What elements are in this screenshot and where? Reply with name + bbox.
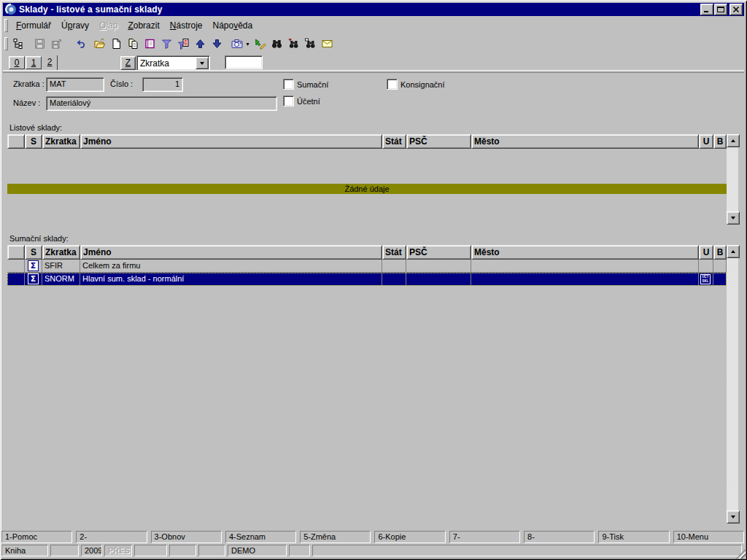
summary-warehouses-table: SZkratkaJménoStátPSČMěstoUB ΣSFIRCelkem … [7, 245, 738, 524]
column-header-row-indicator[interactable] [7, 134, 25, 149]
find-icon[interactable] [269, 36, 285, 52]
column-header-zkratka[interactable]: Zkratka [42, 245, 80, 260]
find-prev-icon[interactable] [303, 36, 318, 52]
camera-dropdown-arrow[interactable]: ▾ [244, 41, 251, 47]
column-header-b[interactable]: B [713, 134, 727, 149]
status-panel-2009[interactable]: 2009 [81, 545, 102, 556]
close-button[interactable] [729, 4, 743, 15]
fkey-10-menu[interactable]: 10-Menu [673, 531, 744, 543]
column-header-jméno[interactable]: Jméno [80, 245, 382, 260]
column-header-stát[interactable]: Stát [382, 245, 406, 260]
status-panel-empty-4[interactable] [134, 545, 167, 556]
status-panel-empty-6[interactable] [198, 545, 225, 556]
maximize-button[interactable] [714, 4, 727, 15]
leaf-section-title: Listové sklady: [9, 123, 62, 132]
tab-0[interactable]: 0 [9, 56, 25, 69]
no-data-banner: Žádné údaje [7, 184, 727, 194]
app-icon[interactable] [5, 4, 17, 15]
column-header-město[interactable]: Město [471, 134, 699, 149]
uct-skl-icon: UČTSKL [700, 274, 711, 284]
status-panel-kniha[interactable]: Kniha [1, 545, 48, 556]
checkbox-konsignacni[interactable] [387, 79, 398, 90]
move-down-icon[interactable] [209, 36, 225, 52]
column-header-row-indicator[interactable] [7, 245, 25, 260]
menu-napoveda[interactable]: Nápověda [208, 18, 258, 33]
fkey-8-[interactable]: 8- [524, 531, 595, 543]
checkbox-ucetni[interactable] [283, 96, 294, 106]
b-cell [713, 260, 727, 273]
save-as-icon[interactable] [49, 36, 64, 52]
fkey-7-[interactable]: 7- [449, 531, 520, 543]
column-header-u[interactable]: U [699, 134, 713, 149]
column-header-zkratka[interactable]: Zkratka [42, 134, 80, 149]
status-panel-empty-9[interactable] [312, 545, 742, 556]
tab-2[interactable]: 2 [42, 55, 57, 70]
menu-olap[interactable]: Olap [94, 18, 123, 33]
column-header-město[interactable]: Město [471, 245, 699, 260]
column-header-psč[interactable]: PSČ [406, 245, 471, 260]
filter-icon[interactable] [159, 36, 174, 52]
status-panel-přes[interactable]: PŘES [104, 545, 132, 556]
scroll-down-button[interactable] [727, 510, 740, 524]
status-panel-empty-5[interactable] [169, 545, 196, 556]
minimize-button[interactable] [700, 4, 713, 15]
fkey-4-seznam[interactable]: 4-Seznam [225, 531, 296, 543]
camera-icon[interactable] [229, 36, 244, 52]
column-header-stát[interactable]: Stát [382, 134, 406, 149]
column-header-psč[interactable]: PSČ [406, 134, 471, 149]
fkey-3-obnov[interactable]: 3-Obnov [151, 531, 222, 543]
table-row-SNORM[interactable]: ΣSNORMHlavní sum. sklad - normálníUČTSKL [7, 273, 727, 286]
search-input[interactable] [225, 55, 263, 69]
menu-grip[interactable] [4, 19, 8, 32]
open-icon[interactable] [92, 36, 107, 52]
nazev-field[interactable]: Materiálový [46, 96, 277, 111]
filter-list-icon[interactable] [176, 36, 191, 52]
cislo-field[interactable]: 1 [142, 77, 183, 92]
toolbar: ▾ [3, 34, 744, 53]
notebook-icon[interactable] [142, 36, 158, 52]
menu-nastroje[interactable]: Nástroje [165, 18, 208, 33]
column-header-s[interactable]: S [25, 134, 42, 149]
tab-1[interactable]: 1 [26, 56, 42, 69]
combobox-dropdown-button[interactable] [196, 57, 209, 69]
fkey-5-zm-na[interactable]: 5-Změna [300, 531, 371, 543]
arrow-down-icon [731, 217, 735, 222]
summary-table-body[interactable]: ΣSFIRCelkem za firmuΣSNORMHlavní sum. sk… [7, 260, 727, 524]
scroll-up-button[interactable] [727, 134, 740, 147]
export-edit-icon[interactable] [252, 36, 268, 52]
tab-strip-divider [3, 70, 744, 73]
status-panel-demo[interactable]: DEMO [228, 545, 287, 556]
save-icon[interactable] [32, 36, 47, 52]
column-header-s[interactable]: S [25, 245, 42, 260]
menu-zobrazit[interactable]: Zobrazit [123, 18, 164, 33]
column-header-b[interactable]: B [713, 245, 727, 260]
mail-icon[interactable] [320, 36, 335, 52]
fkey-9-tisk[interactable]: 9-Tisk [598, 531, 669, 543]
status-panel-empty-1[interactable] [50, 545, 79, 556]
new-document-icon[interactable] [109, 36, 124, 52]
menu-upravy[interactable]: Úpravy [56, 18, 94, 33]
column-header-u[interactable]: U [699, 245, 713, 260]
table-row-SFIR[interactable]: ΣSFIRCelkem za firmu [7, 260, 727, 273]
leaf-vertical-scrollbar[interactable] [727, 134, 738, 225]
menu-formular[interactable]: Formulář [11, 18, 56, 33]
scroll-down-button[interactable] [727, 211, 740, 225]
tree-view-icon[interactable] [11, 36, 26, 52]
column-header-jméno[interactable]: Jméno [80, 134, 382, 149]
status-panel-empty-8[interactable] [289, 545, 310, 556]
fkey-2-[interactable]: 2- [76, 531, 147, 543]
zkratka-field[interactable]: MAT [46, 77, 104, 92]
toolbar-grip[interactable] [4, 37, 8, 50]
summary-vertical-scrollbar[interactable] [727, 245, 738, 524]
copy-icon[interactable] [125, 36, 141, 52]
fkey-1-pomoc[interactable]: 1-Pomoc [1, 531, 72, 543]
fkey-6-kopie[interactable]: 6-Kopie [374, 531, 445, 543]
find-next-icon[interactable] [286, 36, 301, 52]
undo-icon[interactable] [73, 36, 88, 52]
z-filter-button[interactable]: Z [120, 56, 136, 70]
move-up-icon[interactable] [193, 36, 208, 52]
scroll-up-button[interactable] [727, 245, 740, 258]
leaf-table-header: SZkratkaJménoStátPSČMěstoUB [7, 134, 727, 149]
checkbox-sumacni[interactable] [283, 79, 294, 90]
field-selector-combobox[interactable]: Zkratka [136, 55, 210, 71]
